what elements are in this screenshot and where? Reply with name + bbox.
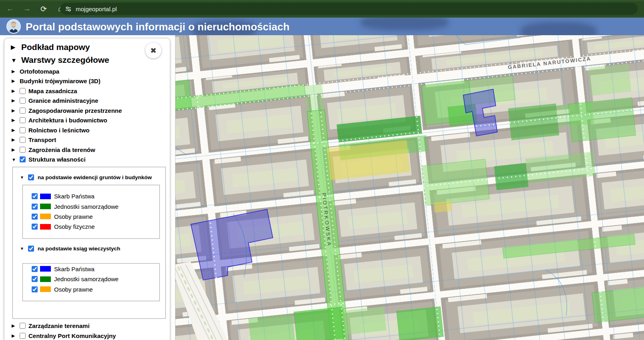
legend-item[interactable]: Jednostki samorządowe [32, 201, 159, 211]
layer-panel: ✖ ▶ Podkład mapowy ▼ Warstwy szczegółowe… [4, 38, 170, 340]
tree-root-detail-layers[interactable]: ▼ Warstwy szczegółowe [11, 54, 170, 66]
close-panel-button[interactable]: ✖ [145, 42, 161, 58]
layer-label[interactable]: Zagrożenia dla terenów [28, 146, 95, 153]
layer-label[interactable]: Architektura i budownictwo [28, 117, 107, 124]
expand-arrow-icon[interactable]: ▶ [12, 323, 19, 328]
layer-label[interactable]: Struktura własności [28, 156, 86, 163]
map-street-grid: GABRIELA NARUTOWICZA PIOTRKOWSKA [175, 35, 644, 340]
expand-arrow-icon[interactable]: ▼ [20, 175, 28, 180]
browser-toolbar: ← → ⟳ ⌂ mojgeoportal.pl [0, 0, 644, 18]
site-settings-icon[interactable] [65, 6, 72, 12]
expand-arrow-icon[interactable]: ▶ [12, 78, 19, 84]
color-swatch [40, 204, 51, 209]
legend-item[interactable]: Osoby prawne [32, 284, 159, 294]
legend-checkbox[interactable] [32, 204, 38, 210]
url-text[interactable]: mojgeoportal.pl [76, 6, 117, 12]
layer-item-mapa-zasadnicza[interactable]: ▶ Mapa zasadnicza [11, 86, 170, 96]
legend-label: Skarb Państwa [54, 193, 95, 200]
layer-checkbox[interactable] [20, 323, 26, 329]
legend-label: Jednostki samorządowe [54, 203, 119, 210]
legend-label: Skarb Państwa [54, 266, 95, 272]
color-swatch [40, 194, 51, 199]
subgroup-ewidencja[interactable]: ▼ na podstawie ewidencji gruntów i budyn… [18, 172, 165, 182]
back-icon[interactable]: ← [3, 2, 17, 16]
layer-label[interactable]: Rolnictwo i leśnictwo [28, 127, 90, 134]
layer-checkbox[interactable] [20, 147, 26, 153]
layer-label[interactable]: Centralny Port Komunikacyjny [28, 332, 116, 339]
expand-arrow-icon[interactable]: ▶ [12, 108, 19, 113]
address-bar[interactable]: mojgeoportal.pl [60, 3, 638, 15]
layer-label[interactable]: Zarządzanie terenami [28, 322, 90, 329]
legend-item[interactable]: Skarb Państwa [32, 264, 159, 274]
legend-checkbox[interactable] [32, 286, 38, 292]
legend-label: Jednostki samorządowe [54, 276, 119, 282]
layer-item-granice-administracyjne[interactable]: ▶ Granice administracyjne [11, 96, 170, 106]
layer-label[interactable]: Zagospodarowanie przestrzenne [28, 107, 122, 114]
color-swatch [40, 224, 51, 230]
map-canvas[interactable]: GABRIELA NARUTOWICZA PIOTRKOWSKA [175, 35, 644, 340]
legend-box-ewidencja: Skarb Państwa Jednostki samorządowe Osob… [22, 185, 160, 239]
legend-checkbox[interactable] [32, 266, 38, 272]
layer-label[interactable]: Budynki trójwymiarowe (3D) [20, 78, 101, 84]
subgroup-label[interactable]: na podstawie ksiąg wieczystych [38, 246, 120, 252]
expand-arrow-icon[interactable]: ▼ [12, 157, 19, 162]
layer-item-zagospodarowanie[interactable]: ▶ Zagospodarowanie przestrzenne [11, 106, 170, 116]
layer-checkbox[interactable] [20, 98, 26, 104]
expand-arrow-icon[interactable]: ▶ [12, 147, 19, 152]
layer-item-rolnictwo[interactable]: ▶ Rolnictwo i leśnictwo [11, 125, 170, 135]
expand-arrow-icon[interactable]: ▶ [12, 98, 19, 103]
reload-icon[interactable]: ⟳ [37, 2, 50, 16]
color-swatch [40, 286, 51, 292]
layer-checkbox[interactable] [20, 127, 26, 133]
legend-checkbox[interactable] [32, 276, 38, 282]
expand-arrow-icon[interactable]: ▶ [12, 128, 19, 133]
expand-arrow-icon[interactable]: ▶ [12, 333, 19, 338]
expand-arrow-icon[interactable]: ▶ [12, 88, 19, 94]
color-swatch [40, 276, 51, 282]
legend-item[interactable]: Osoby prawne [32, 212, 159, 222]
expand-arrow-icon[interactable]: ▶ [12, 69, 19, 74]
subgroup-checkbox[interactable] [28, 246, 34, 252]
subgroup-checkbox[interactable] [28, 174, 34, 180]
legend-box-ksiegi: Skarb Państwa Jednostki samorządowe Osob… [22, 263, 160, 301]
legend-checkbox[interactable] [32, 193, 38, 199]
expand-arrow-icon[interactable]: ▶ [11, 44, 21, 51]
legend-checkbox[interactable] [32, 224, 38, 230]
layer-checkbox[interactable] [20, 108, 26, 114]
layer-item-zarzadzanie-terenami[interactable]: ▶ Zarządzanie terenami [11, 321, 170, 331]
expand-arrow-icon[interactable]: ▶ [12, 118, 19, 123]
legend-label: Osoby prawne [54, 213, 93, 220]
legend-item[interactable]: Jednostki samorządowe [32, 274, 159, 284]
cadastral-grid [175, 35, 644, 340]
layer-label[interactable]: Mapa zasadnicza [28, 88, 77, 94]
layer-checkbox[interactable] [20, 88, 26, 94]
expand-arrow-icon[interactable]: ▼ [20, 246, 28, 251]
forward-icon[interactable]: → [20, 2, 34, 16]
layer-checkbox[interactable] [20, 117, 26, 123]
layer-item-ortofotomapa[interactable]: ▶ Ortofotomapa [11, 66, 170, 76]
color-swatch [40, 266, 51, 272]
layer-label[interactable]: Transport [28, 136, 56, 143]
layer-label[interactable]: Ortofotomapa [20, 68, 59, 75]
avatar [6, 19, 21, 34]
layer-item-budynki-3d[interactable]: ▶ Budynki trójwymiarowe (3D) [11, 76, 170, 86]
legend-item[interactable]: Osoby fizyczne [32, 222, 159, 232]
layer-checkbox[interactable] [20, 137, 26, 143]
subgroup-label[interactable]: na podstawie ewidencji gruntów i budynkó… [38, 174, 152, 180]
tree-root-label[interactable]: Warstwy szczegółowe [21, 55, 109, 65]
layer-item-zagrozenia[interactable]: ▶ Zagrożenia dla terenów [11, 145, 170, 155]
expand-arrow-icon[interactable]: ▶ [12, 137, 19, 142]
tree-root-label[interactable]: Podkład mapowy [21, 42, 90, 52]
layer-label[interactable]: Granice administracyjne [28, 97, 98, 104]
layer-checkbox[interactable] [20, 333, 26, 339]
layer-item-struktura-wlasnosci[interactable]: ▼ Struktura własności [11, 155, 170, 165]
subgroup-ksiegi-wieczyste[interactable]: ▼ na podstawie ksiąg wieczystych [18, 244, 165, 254]
legend-checkbox[interactable] [32, 214, 38, 220]
layer-item-architektura[interactable]: ▶ Architektura i budownictwo [11, 116, 170, 126]
app-header: Portal podstawowych informacji o nieruch… [0, 18, 644, 35]
layer-item-transport[interactable]: ▶ Transport [11, 135, 170, 145]
layer-checkbox[interactable] [20, 156, 26, 162]
legend-item[interactable]: Skarb Państwa [32, 191, 159, 201]
expand-arrow-icon[interactable]: ▼ [11, 57, 21, 64]
layer-item-centralny-port[interactable]: ▶ Centralny Port Komunikacyjny [11, 331, 170, 340]
